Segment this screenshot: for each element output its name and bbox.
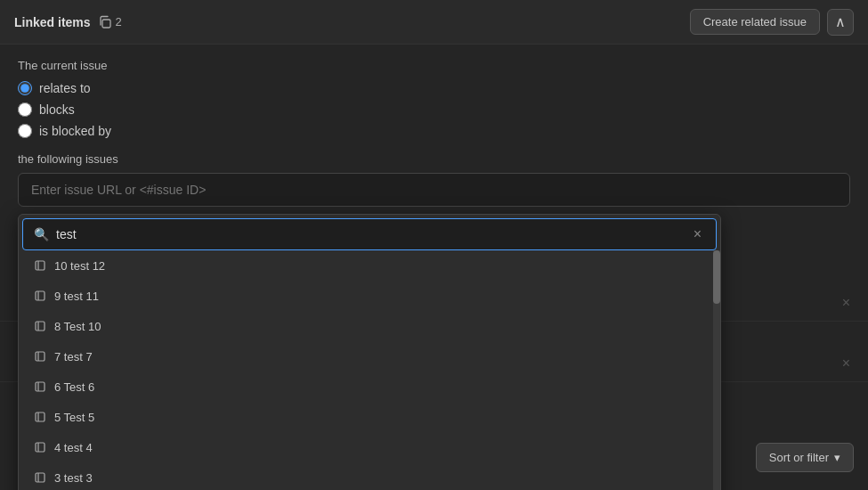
issue-icon [33,440,47,454]
search-icon: 🔍 [34,227,49,241]
copy-icon [98,15,112,29]
header-left: Linked items 2 [14,15,122,29]
search-clear-button[interactable]: × [690,226,705,242]
chevron-up-icon: ∧ [835,13,846,30]
following-label: the following issues [18,152,850,166]
issue-url-input[interactable] [18,173,850,207]
list-item[interactable]: 4 test 4 [19,432,720,462]
svg-rect-3 [36,322,45,331]
radio-is-blocked-by[interactable]: is blocked by [18,124,850,138]
radio-input-relates-to[interactable] [18,81,32,95]
item-label: 8 Test 10 [54,320,101,333]
item-label: 9 test 11 [54,290,99,303]
list-item[interactable]: 9 test 11 [19,281,720,311]
linked-items-title: Linked items [14,15,91,29]
svg-rect-5 [36,382,45,391]
radio-input-blocks[interactable] [18,102,32,117]
item-label: 7 test 7 [54,350,93,363]
sort-filter-button[interactable]: Sort or filter ▾ [756,443,854,472]
search-dropdown: 🔍 × 10 test 12 9 test 11 [18,214,721,490]
issue-icon [33,258,47,273]
dropdown-list: 10 test 12 9 test 11 8 Test 10 [19,250,720,490]
list-item[interactable]: 5 Test 5 [19,402,720,432]
create-related-issue-button[interactable]: Create related issue [690,9,820,35]
svg-rect-7 [36,443,45,452]
item-label: 3 test 3 [54,471,93,485]
issue-icon [33,349,47,363]
issue-icon [33,319,47,333]
sort-filter-label: Sort or filter [769,451,829,464]
search-input[interactable] [56,227,683,241]
item-label: 10 test 12 [54,259,105,273]
search-box-wrapper: 🔍 × [22,218,717,250]
issue-icon [33,470,47,485]
radio-blocks[interactable]: blocks [18,102,850,117]
item-label: 5 Test 5 [54,411,94,424]
current-issue-label: The current issue [18,59,850,72]
svg-rect-4 [36,352,45,361]
svg-rect-6 [36,412,45,421]
header-right: Create related issue ∧ [690,9,854,36]
issue-icon [33,289,47,303]
radio-input-is-blocked-by[interactable] [18,124,32,138]
issue-icon [33,380,47,394]
radio-label-is-blocked-by: is blocked by [39,124,111,138]
scrollbar-thumb[interactable] [713,250,720,304]
count-badge: 2 [98,15,122,29]
main-panel: Linked items 2 Create related issue ∧ Th… [0,0,868,490]
list-item[interactable]: 10 test 12 [19,250,720,281]
radio-relates-to[interactable]: relates to [18,81,850,95]
list-item[interactable]: 8 Test 10 [19,311,720,341]
svg-rect-2 [36,291,45,300]
scrollbar-track[interactable] [713,250,720,490]
radio-label-relates-to: relates to [39,81,91,95]
svg-rect-0 [102,20,110,28]
svg-rect-8 [36,473,45,482]
issue-icon [33,410,47,424]
svg-rect-1 [36,261,45,270]
list-item[interactable]: 3 test 3 [19,462,720,490]
close-icon-2: × [842,355,850,372]
content-area: The current issue relates to blocks is b… [0,45,868,221]
header: Linked items 2 Create related issue ∧ [0,0,868,45]
chevron-down-icon: ▾ [834,451,840,464]
item-count: 2 [116,15,122,29]
list-item[interactable]: 6 Test 6 [19,372,720,402]
close-icon-1: × [842,295,850,311]
collapse-button[interactable]: ∧ [827,9,854,36]
list-item[interactable]: 7 test 7 [19,341,720,372]
search-inner: 🔍 × [23,219,716,249]
radio-label-blocks: blocks [39,102,75,117]
item-label: 4 test 4 [54,441,93,454]
item-label: 6 Test 6 [54,380,94,394]
relation-radio-group: relates to blocks is blocked by [18,81,850,138]
